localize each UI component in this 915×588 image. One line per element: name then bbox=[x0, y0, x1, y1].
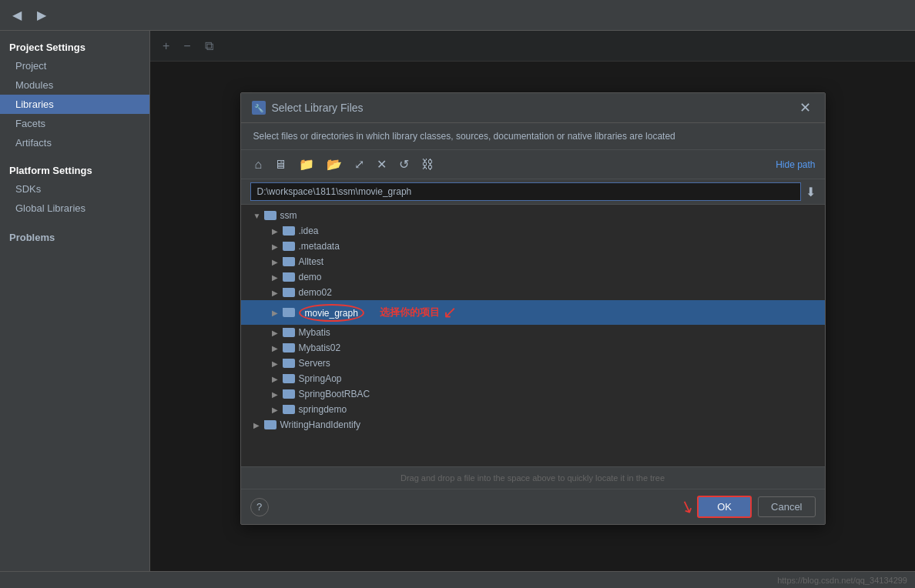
folder-icon bbox=[283, 242, 295, 251]
dialog-description: Select files or directories in which lib… bbox=[241, 123, 825, 150]
toolbar-folder-button[interactable]: 🖥 bbox=[270, 155, 291, 174]
tree-label-springbootrbac: SpringBootRBAC bbox=[299, 389, 370, 399]
tree-label-alltest: Alltest bbox=[299, 256, 324, 267]
tree-arrow-movie-graph: ▶ bbox=[272, 309, 283, 317]
annotation-circle: movie_graph bbox=[299, 304, 364, 322]
tree-label-metadata: .metadata bbox=[299, 241, 340, 252]
tree-item-springaop[interactable]: ▶ SpringAop bbox=[241, 371, 825, 386]
path-row: ⬇ bbox=[241, 179, 825, 205]
back-button[interactable]: ◀ bbox=[8, 6, 26, 24]
dialog-title-icon: 🔧 bbox=[252, 101, 266, 115]
folder-icon bbox=[283, 288, 295, 297]
forward-button[interactable]: ▶ bbox=[32, 6, 51, 24]
tree-arrow-demo: ▶ bbox=[272, 273, 283, 282]
dialog-bottom: Drag and drop a file into the space abov… bbox=[241, 466, 825, 489]
tree-arrow-springdemo: ▶ bbox=[272, 406, 283, 414]
sidebar-item-global-libraries[interactable]: Global Libraries bbox=[0, 199, 149, 218]
drag-drop-hint: Drag and drop a file into the space abov… bbox=[250, 472, 816, 484]
dialog-title: Select Library Files bbox=[272, 102, 790, 114]
tree-label-ssm: ssm bbox=[280, 210, 297, 221]
platform-settings-title: Platform Settings bbox=[0, 160, 149, 179]
tree-arrow-idea: ▶ bbox=[272, 227, 283, 236]
folder-icon bbox=[283, 374, 295, 383]
folder-icon bbox=[283, 405, 295, 414]
tree-label-springdemo: springdemo bbox=[299, 404, 347, 415]
main-layout: Project Settings Project Modules Librari… bbox=[0, 31, 915, 571]
problems-section[interactable]: Problems bbox=[0, 226, 149, 249]
sidebar-item-project[interactable]: Project bbox=[0, 56, 149, 75]
tree-item-demo[interactable]: ▶ demo bbox=[241, 269, 825, 285]
dialog-footer: ? ↘ OK Cancel bbox=[241, 489, 825, 524]
tree-label-writinghandidentify: WritingHandIdentify bbox=[280, 419, 361, 430]
tree-item-springbootrbac[interactable]: ▶ SpringBootRBAC bbox=[241, 386, 825, 402]
ok-button[interactable]: OK bbox=[697, 496, 752, 518]
tree-label-servers: Servers bbox=[299, 358, 330, 369]
tree-item-alltest[interactable]: ▶ Alltest bbox=[241, 254, 825, 269]
folder-icon bbox=[264, 420, 277, 429]
toolbar-refresh-button[interactable]: ↺ bbox=[394, 155, 414, 174]
help-button[interactable]: ? bbox=[250, 498, 269, 516]
ok-button-wrapper: ↘ OK bbox=[680, 496, 752, 518]
tree-item-idea[interactable]: ▶ .idea bbox=[241, 223, 825, 239]
tree-item-writinghandidentify[interactable]: ▶ WritingHandIdentify bbox=[241, 417, 825, 433]
tree-arrow-mybatis: ▶ bbox=[272, 329, 283, 337]
tree-label-mybatis02: Mybatis02 bbox=[299, 342, 341, 353]
top-toolbar: ◀ ▶ bbox=[0, 0, 915, 31]
tree-label-springaop: SpringAop bbox=[299, 373, 342, 384]
folder-icon bbox=[283, 272, 295, 282]
bottom-bar: https://blog.csdn.net/qq_34134299 bbox=[0, 571, 915, 588]
content-area: + − ⧉ 🔧 Select Library Files ✕ Select fi… bbox=[150, 31, 915, 571]
sidebar-item-sdks[interactable]: SDKs bbox=[0, 179, 149, 199]
dialog-toolbar: ⌂ 🖥 📁 📂 ⤢ ✕ ↺ ⛓ Hide path bbox=[241, 150, 825, 179]
sidebar-item-artifacts[interactable]: Artifacts bbox=[0, 133, 149, 152]
tree-item-servers[interactable]: ▶ Servers bbox=[241, 356, 825, 371]
annotation-arrow-icon: ↙ bbox=[443, 302, 457, 322]
hide-path-button[interactable]: Hide path bbox=[776, 159, 815, 170]
sidebar: Project Settings Project Modules Librari… bbox=[0, 31, 150, 571]
file-tree[interactable]: ▼ ssm ▶ .idea ▶ .metadata bbox=[241, 205, 825, 466]
toolbar-cancel-button[interactable]: ✕ bbox=[372, 155, 391, 174]
tree-label-mybatis: Mybatis bbox=[299, 327, 330, 338]
tree-item-demo02[interactable]: ▶ demo02 bbox=[241, 285, 825, 300]
folder-icon bbox=[283, 359, 295, 368]
tree-item-metadata[interactable]: ▶ .metadata bbox=[241, 239, 825, 254]
tree-item-springdemo[interactable]: ▶ springdemo bbox=[241, 402, 825, 417]
tree-label-demo02: demo02 bbox=[299, 287, 332, 298]
project-settings-title: Project Settings bbox=[0, 37, 149, 56]
tree-arrow-alltest: ▶ bbox=[272, 258, 283, 266]
toolbar-expand-button[interactable]: ⤢ bbox=[350, 155, 369, 174]
ok-arrow-icon: ↘ bbox=[677, 495, 697, 519]
folder-icon bbox=[283, 328, 295, 337]
tree-arrow-springbootrbac: ▶ bbox=[272, 390, 283, 399]
dialog-close-button[interactable]: ✕ bbox=[796, 101, 814, 115]
folder-icon bbox=[264, 211, 277, 220]
sidebar-item-facets[interactable]: Facets bbox=[0, 114, 149, 133]
dialog-overlay: 🔧 Select Library Files ✕ Select files or… bbox=[150, 31, 915, 571]
select-library-dialog: 🔧 Select Library Files ✕ Select files or… bbox=[240, 92, 826, 525]
tree-item-movie-graph[interactable]: ▶ movie_graph 选择你的项目 ↙ bbox=[241, 300, 825, 325]
tree-item-mybatis02[interactable]: ▶ Mybatis02 bbox=[241, 340, 825, 356]
tree-item-ssm[interactable]: ▼ ssm bbox=[241, 208, 825, 223]
toolbar-folder2-button[interactable]: 📂 bbox=[322, 155, 347, 174]
annotation-text: 选择你的项目 bbox=[380, 306, 440, 319]
toolbar-new-folder-button[interactable]: 📁 bbox=[294, 155, 319, 174]
tree-item-mybatis[interactable]: ▶ Mybatis bbox=[241, 325, 825, 340]
path-download-button[interactable]: ⬇ bbox=[806, 185, 816, 199]
folder-icon bbox=[283, 343, 295, 352]
tree-arrow-demo02: ▶ bbox=[272, 289, 283, 297]
folder-icon bbox=[283, 226, 295, 236]
sidebar-item-modules[interactable]: Modules bbox=[0, 75, 149, 95]
dialog-titlebar: 🔧 Select Library Files ✕ bbox=[241, 93, 825, 123]
tree-arrow-writinghandidentify: ▶ bbox=[253, 421, 264, 429]
toolbar-home-button[interactable]: ⌂ bbox=[250, 155, 267, 174]
path-input[interactable] bbox=[250, 182, 801, 201]
tree-arrow-servers: ▶ bbox=[272, 359, 283, 368]
toolbar-link-button[interactable]: ⛓ bbox=[417, 155, 438, 174]
footer-buttons: ↘ OK Cancel bbox=[680, 496, 815, 518]
sidebar-item-libraries[interactable]: Libraries bbox=[0, 95, 149, 114]
tree-arrow-mybatis02: ▶ bbox=[272, 344, 283, 352]
folder-icon bbox=[283, 257, 295, 266]
tree-label-movie-graph: movie_graph bbox=[305, 308, 358, 319]
cancel-button[interactable]: Cancel bbox=[758, 496, 815, 517]
tree-label-idea: .idea bbox=[299, 226, 319, 236]
